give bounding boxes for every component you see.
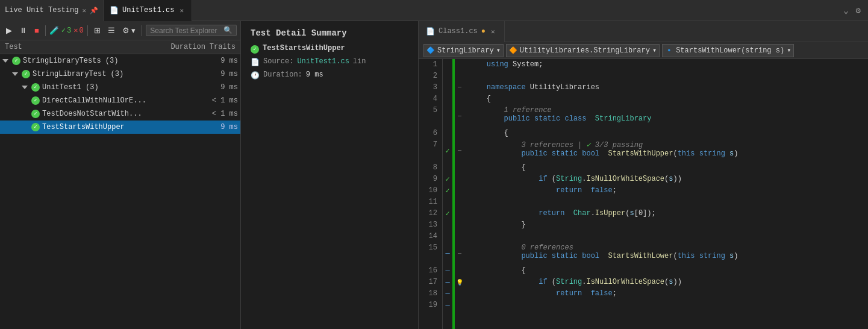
dropdown-arrow-icon[interactable]: ⌄ <box>841 4 851 17</box>
unittest1-tab-close[interactable]: ✕ <box>178 6 186 15</box>
fail-count-badge: ✕ 0 <box>73 26 83 35</box>
live-tab-close-icon[interactable]: ✕ <box>82 7 86 14</box>
search-box[interactable]: 🔍 <box>146 25 237 36</box>
fold-5[interactable]: ─ <box>455 105 464 128</box>
group-button[interactable]: ⊞ <box>92 25 103 36</box>
fold-7[interactable]: ─ <box>455 139 464 162</box>
line-num: 9 <box>423 174 437 185</box>
settings-icon[interactable]: ⚙ <box>854 4 863 17</box>
code-line-4: { <box>464 93 868 105</box>
line-num: 2 <box>423 70 437 82</box>
gutter-8 <box>443 162 452 174</box>
fold-15[interactable]: ─ <box>455 242 464 265</box>
detail-test-name: TestStartsWithUpper <box>263 44 345 52</box>
fold-11 <box>455 196 464 208</box>
editor-toolbar: 🔷 StringLibrary ▾ 🔶 UtilityLibraries.Str… <box>419 42 868 59</box>
fold-3[interactable]: ─ <box>455 82 464 93</box>
test-row-string-library-test[interactable]: StringLibraryTest (3) 9 ms <box>0 67 240 81</box>
code-line-9: if (String.IsNullOrWhiteSpace(s)) <box>464 174 868 185</box>
test-row-direct-call[interactable]: DirectCallWithNullOrE... < 1 ms <box>0 94 240 107</box>
line-num: 10 <box>423 185 437 196</box>
class1-tab-close[interactable]: ✕ <box>489 27 497 36</box>
separator-3 <box>142 25 142 36</box>
live-unit-testing-tab[interactable]: Live Unit Testing ✕ 📌 <box>0 0 104 21</box>
code-line-10: return false; <box>464 185 868 196</box>
fold-9 <box>455 174 464 185</box>
code-line-8: { <box>464 162 868 174</box>
code-line-6: { <box>464 128 868 139</box>
expand-icon <box>2 59 8 63</box>
line-num: 7 <box>423 139 437 162</box>
detail-test-name-row: TestStartsWithUpper <box>251 44 408 54</box>
live-label: Live Unit Testing <box>5 6 78 14</box>
test-row-starts-with-upper[interactable]: TestStartsWithUpper 9 ms <box>0 121 240 134</box>
stop-button[interactable]: ■ <box>32 25 42 36</box>
test-explorer-panel: ▶ ⏸ ■ 🧪 ✓ 3 ✕ 0 ⊞ ☰ ⚙ ▾ 🔍 Te <box>0 21 241 329</box>
line-num: 8 <box>423 162 437 174</box>
modified-dot: ● <box>481 27 486 36</box>
pass-icon <box>31 96 40 105</box>
code-line-18: return false; <box>464 288 868 299</box>
gutter-1 <box>443 59 452 70</box>
row-label: StringLibraryTests (3) <box>23 57 118 65</box>
row-label: DirectCallWithNullOrE... <box>42 96 146 105</box>
class1-tab-label: Class1.cs <box>439 27 478 36</box>
gutter-16: ─ <box>443 265 452 277</box>
dash-gutter-16: ─ <box>445 267 449 275</box>
test-toolbar: ▶ ⏸ ■ 🧪 ✓ 3 ✕ 0 ⊞ ☰ ⚙ ▾ 🔍 <box>0 21 240 40</box>
fold-8 <box>455 162 464 174</box>
unittest1-tab-label: UnitTest1.cs <box>122 6 174 14</box>
dash-gutter-17: ─ <box>445 278 449 287</box>
clock-icon: 🕐 <box>251 71 260 80</box>
method-label: StartsWithLower(string s) <box>676 46 784 55</box>
play-button[interactable]: ▶ <box>4 25 14 36</box>
detail-duration-row: 🕐 Duration: 9 ms <box>251 70 408 80</box>
line-num: 14 <box>423 231 437 242</box>
test-row-does-not-start[interactable]: TestDoesNotStartWith... < 1 ms <box>0 107 240 121</box>
dash-gutter-15: ─ <box>445 249 449 258</box>
expand-icon <box>12 72 18 76</box>
test-row-unit-test1[interactable]: UnitTest1 (3) 9 ms <box>0 81 240 94</box>
source-link[interactable]: UnitTest1.cs <box>297 57 349 66</box>
fold-16 <box>455 265 464 277</box>
list-button[interactable]: ☰ <box>105 25 117 36</box>
fold-10 <box>455 185 464 196</box>
live-test-gutter: ✓ ✓ ✓ ✓ ─ ─ ─ ─ ─ <box>443 59 455 329</box>
method-dropdown[interactable]: 🔹 StartsWithLower(string s) ▾ <box>662 44 794 57</box>
class-dropdown[interactable]: 🔷 StringLibrary ▾ <box>423 44 504 57</box>
pause-button[interactable]: ⏸ <box>17 25 30 36</box>
code-editor[interactable]: 1 2 3 4 5 6 7 8 9 10 11 12 13 14 15 16 1 <box>419 59 868 329</box>
gutter-15: ─ <box>443 242 452 265</box>
code-lines[interactable]: using System; namespace UtilityLibraries… <box>464 59 868 329</box>
dash-gutter-19: ─ <box>445 301 449 310</box>
unittest1-tab[interactable]: 📄 UnitTest1.cs ✕ <box>104 0 192 21</box>
check-gutter-12: ✓ <box>445 209 449 218</box>
separator-1 <box>45 25 46 36</box>
test-row-string-library-tests[interactable]: StringLibraryTests (3) 9 ms <box>0 54 240 67</box>
line-num: 13 <box>423 219 437 231</box>
file-icon: 📄 <box>110 6 119 15</box>
row-label: UnitTest1 (3) <box>42 83 99 92</box>
code-line-19 <box>464 299 868 311</box>
ns-label: UtilityLibraries.StringLibrary <box>520 46 650 55</box>
pass-icon <box>31 123 40 131</box>
row-duration: 9 ms <box>184 70 238 78</box>
settings-button[interactable]: ⚙ ▾ <box>120 25 139 36</box>
fold-13 <box>455 219 464 231</box>
detail-source-row: 📄 Source: UnitTest1.cs lin <box>251 57 408 67</box>
pass-icon-detail <box>251 45 259 54</box>
code-line-15: 0 references public static bool StartsWi… <box>464 242 868 265</box>
dropdown-arrow3: ▾ <box>787 46 791 55</box>
pin-icon[interactable]: 📌 <box>90 7 98 14</box>
check-gutter-9: ✓ <box>445 175 449 184</box>
gutter-7: ✓ <box>443 139 452 162</box>
fold-19 <box>455 299 464 311</box>
test-tree: StringLibraryTests (3) 9 ms StringLibrar… <box>0 54 240 329</box>
search-input[interactable] <box>150 27 221 35</box>
class1-tab[interactable]: 📄 Class1.cs ● ✕ <box>419 21 505 42</box>
namespace-dropdown[interactable]: 🔶 UtilityLibraries.StringLibrary ▾ <box>506 44 660 57</box>
lightbulb-icon[interactable]: 💡 <box>456 279 463 286</box>
fold-2 <box>455 70 464 82</box>
test-column-headers: Test Duration Traits <box>0 40 240 54</box>
row-label: TestStartsWithUpper <box>42 123 125 131</box>
